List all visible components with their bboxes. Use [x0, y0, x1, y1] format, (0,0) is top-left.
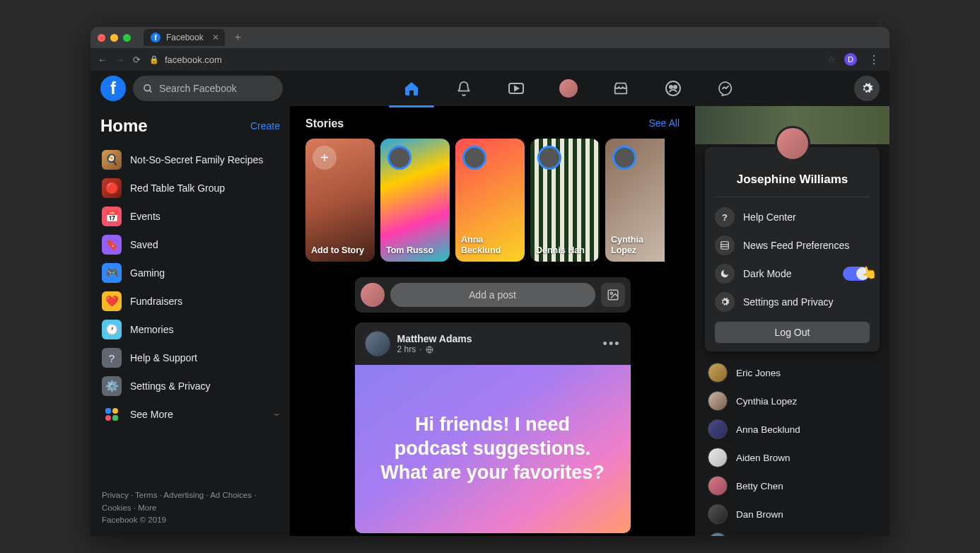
sidebar-item[interactable]: 🔖Saved [98, 231, 283, 259]
contact-item[interactable]: Eric Jones [695, 359, 889, 387]
watch-icon[interactable] [506, 78, 526, 98]
contact-name: Aiden Brown [736, 453, 791, 463]
gear-icon [715, 292, 735, 312]
feed-icon [715, 235, 735, 255]
minimize-window-icon[interactable] [110, 34, 118, 42]
menu-item-label: Dark Mode [743, 268, 791, 279]
sidebar-item[interactable]: See More› [98, 400, 283, 429]
sidebar-item-icon: 🔖 [102, 235, 122, 255]
menu-item-label: News Feed Preferences [743, 240, 849, 251]
notifications-icon[interactable] [454, 78, 474, 98]
profile-avatar[interactable] [775, 126, 810, 161]
svg-point-4 [670, 86, 672, 88]
see-all-link[interactable]: See All [648, 117, 679, 130]
footer-link[interactable]: Privacy [102, 491, 135, 499]
footer-links: PrivacyTermsAdvertisingAd ChoicesCookies… [98, 485, 283, 530]
center-nav [402, 78, 735, 98]
add-post-input[interactable]: Add a post [390, 283, 595, 307]
star-icon[interactable]: ☆ [827, 54, 836, 65]
browser-menu-icon[interactable]: ⋮ [865, 53, 882, 66]
composer-avatar[interactable] [361, 283, 385, 307]
contact-item[interactable]: Dan Brown [695, 500, 889, 528]
gear-icon [861, 82, 873, 95]
dark-mode-toggle[interactable] [843, 267, 870, 281]
contact-item[interactable]: Betty Chen [695, 472, 889, 500]
post-author-avatar[interactable] [365, 331, 390, 356]
settings-button[interactable] [854, 76, 880, 101]
sidebar-item-icon [102, 404, 122, 424]
story-label: Add to Story [311, 245, 371, 256]
sidebar-item[interactable]: ⚙️Settings & Privacy [98, 372, 283, 400]
footer-link[interactable]: More [138, 503, 156, 512]
image-icon [607, 289, 619, 301]
feed: Stories See All +Add to StoryTom RussoAn… [290, 106, 695, 536]
post-menu-icon[interactable]: ••• [603, 337, 621, 351]
menu-item[interactable]: Dark Mode [715, 260, 870, 288]
contact-name: Eric Jones [736, 368, 781, 378]
sidebar-item[interactable]: ❤️Fundraisers [98, 287, 283, 315]
sidebar-item[interactable]: 🕐Memories [98, 315, 283, 344]
search-input[interactable]: Search Facebook [133, 76, 283, 101]
close-tab-icon[interactable]: ✕ [212, 33, 219, 42]
menu-item[interactable]: News Feed Preferences [715, 231, 870, 260]
contact-item[interactable]: Anna Becklund [695, 415, 889, 443]
contact-avatar [708, 476, 728, 496]
sidebar-item[interactable]: 🎮Gaming [98, 259, 283, 287]
contact-avatar [708, 419, 728, 439]
post-author[interactable]: Matthew Adams [397, 333, 472, 344]
browser-tab[interactable]: f Facebook ✕ [144, 29, 225, 46]
search-icon [143, 83, 153, 94]
back-button[interactable]: ← [98, 54, 107, 65]
sidebar-item-icon: ? [102, 348, 122, 368]
home-icon[interactable] [402, 78, 421, 98]
logout-button[interactable]: Log Out [715, 322, 870, 343]
address-bar[interactable]: 🔒 facebook.com [149, 54, 819, 65]
contact-item[interactable]: Cynthia Lopez [695, 387, 889, 415]
close-window-icon[interactable] [98, 34, 105, 42]
menu-item-label: Settings and Privacy [743, 296, 834, 308]
footer-link[interactable]: Advertising [163, 491, 210, 499]
composer: Add a post [355, 277, 631, 313]
story-card[interactable]: Dennis Han [530, 139, 600, 262]
groups-icon[interactable] [663, 78, 683, 98]
story-name: Tom Russo [386, 245, 445, 256]
contact-item[interactable]: Henri Cook [695, 528, 889, 536]
messenger-icon[interactable] [716, 78, 735, 98]
facebook-logo-icon[interactable]: f [100, 76, 126, 101]
story-card[interactable]: Cynthia Lopez [605, 139, 665, 262]
add-photo-button[interactable] [601, 283, 625, 307]
story-card[interactable]: Anna Becklund [455, 139, 525, 262]
svg-line-1 [149, 90, 151, 92]
lock-icon: 🔒 [149, 55, 159, 64]
browser-profile-button[interactable]: D [844, 53, 857, 66]
reload-button[interactable]: ⟳ [133, 54, 141, 65]
post-body[interactable]: Hi friends! I need podcast suggestions. … [355, 365, 631, 533]
contact-item[interactable]: Aiden Brown [695, 443, 889, 472]
add-story-card[interactable]: +Add to Story [305, 139, 375, 262]
window-controls [98, 34, 131, 42]
menu-item[interactable]: ?Help Center [715, 203, 870, 231]
sidebar-item-label: Fundraisers [130, 296, 182, 307]
sidebar-item[interactable]: 📅Events [98, 202, 283, 231]
maximize-window-icon[interactable] [123, 34, 131, 42]
story-avatar [537, 146, 561, 170]
profile-nav-avatar[interactable] [559, 78, 578, 98]
search-placeholder: Search Facebook [159, 83, 237, 94]
sidebar-item[interactable]: ?Help & Support [98, 344, 283, 372]
new-tab-button[interactable]: + [231, 31, 245, 44]
sidebar-item[interactable]: 🍳Not-So-Secret Family Recipes [98, 146, 283, 174]
marketplace-icon[interactable] [611, 78, 631, 98]
create-link[interactable]: Create [250, 120, 280, 132]
profile-name[interactable]: Josephine Williams [715, 173, 870, 187]
contact-name: Dan Brown [736, 509, 783, 520]
menu-item[interactable]: Settings and Privacy [715, 288, 870, 316]
sidebar-item[interactable]: 🔴Red Table Talk Group [98, 174, 283, 202]
story-card[interactable]: Tom Russo [380, 139, 450, 262]
footer-link[interactable]: Ad Choices [210, 491, 256, 499]
footer-link[interactable]: Cookies [102, 503, 138, 512]
contact-name: Anna Becklund [736, 424, 800, 435]
footer-link[interactable]: Terms [135, 491, 163, 499]
forward-button[interactable]: → [115, 54, 124, 65]
sidebar-item-label: Settings & Privacy [130, 380, 211, 392]
story-avatar [387, 146, 412, 170]
